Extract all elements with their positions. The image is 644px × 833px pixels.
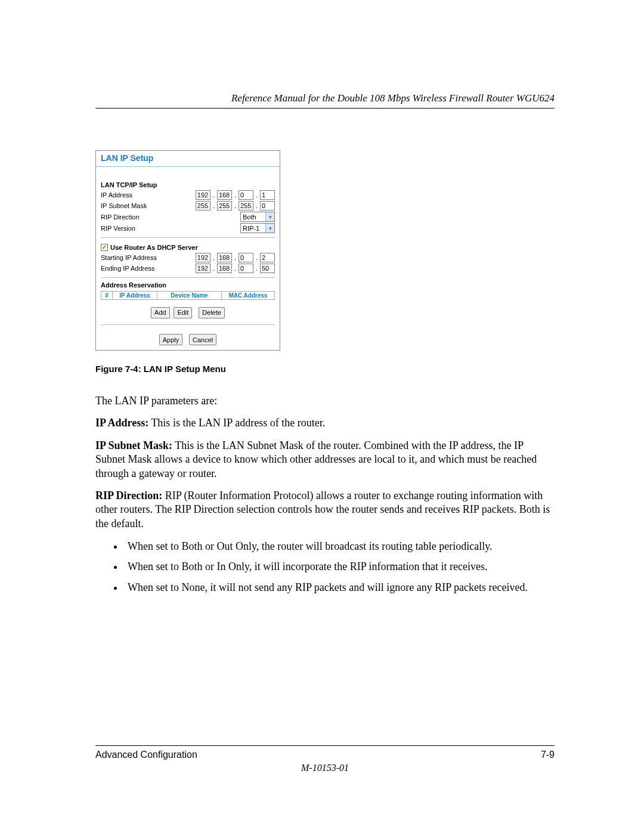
end-ip-octet-4[interactable]: [260, 264, 275, 273]
term-subnet-mask: IP Subnet Mask:: [95, 439, 172, 451]
paragraph-rip-direction: RIP Direction: RIP (Router Information P…: [95, 489, 555, 531]
dhcp-checkbox[interactable]: ✓: [101, 244, 108, 251]
col-device: Device Name: [157, 292, 222, 299]
ip-address-octet-1[interactable]: [196, 190, 210, 200]
start-ip-octet-3[interactable]: [239, 253, 253, 262]
end-ip-octet-3[interactable]: [239, 264, 253, 273]
ip-address-octet-2[interactable]: [217, 190, 232, 200]
col-ip: IP Address: [113, 292, 157, 299]
start-ip-octet-1[interactable]: [196, 253, 210, 262]
add-button[interactable]: Add: [151, 307, 170, 318]
subnet-octet-2[interactable]: [217, 201, 232, 210]
divider: [101, 237, 275, 238]
list-item: When set to None, it will not send any R…: [124, 580, 555, 594]
header-rule: [95, 108, 555, 109]
cancel-button[interactable]: Cancel: [189, 334, 216, 345]
button-row-form: Apply Cancel: [96, 329, 280, 351]
apply-button[interactable]: Apply: [159, 334, 183, 345]
subnet-octet-4[interactable]: [260, 201, 275, 210]
list-item: When set to Both or In Only, it will inc…: [124, 559, 555, 574]
dot-icon: .: [234, 191, 236, 199]
desc-ip-address: This is the LAN IP address of the router…: [148, 417, 325, 429]
list-item: When set to Both or Out Only, the router…: [124, 539, 555, 553]
document-page: Reference Manual for the Double 108 Mbps…: [0, 0, 644, 833]
dot-icon: .: [256, 202, 258, 209]
dot-icon: .: [234, 254, 236, 261]
label-subnet-mask: IP Subnet Mask: [101, 202, 193, 209]
running-header: Reference Manual for the Double 108 Mbps…: [95, 92, 555, 104]
paragraph-intro: The LAN IP parameters are:: [95, 394, 555, 408]
footer-rule: [95, 745, 555, 746]
term-rip-direction: RIP Direction:: [95, 490, 162, 501]
row-rip-version: RIP Version RIP-1 ▾: [96, 222, 280, 234]
section-lan-tcpip: LAN TCP/IP Setup: [96, 181, 280, 190]
chevron-down-icon: ▾: [265, 224, 274, 233]
section-address-reservation: Address Reservation: [96, 281, 280, 290]
paragraph-subnet-mask: IP Subnet Mask: This is the LAN Subnet M…: [95, 439, 555, 481]
start-ip-octet-2[interactable]: [217, 253, 232, 262]
divider: [101, 277, 275, 278]
dot-icon: .: [234, 202, 236, 209]
row-ip-address: IP Address . . .: [96, 190, 280, 200]
dot-icon: .: [234, 265, 236, 272]
label-ip-address: IP Address: [101, 191, 193, 199]
footer-doc-code: M-10153-01: [95, 763, 555, 773]
footer-line: Advanced Configuration 7-9: [95, 750, 555, 760]
row-dhcp-checkbox: ✓ Use Router As DHCP Server: [96, 241, 280, 252]
footer-section: Advanced Configuration: [95, 750, 197, 760]
lan-ip-setup-screenshot: LAN IP Setup LAN TCP/IP Setup IP Address…: [95, 150, 280, 351]
dot-icon: .: [213, 202, 215, 209]
dot-icon: .: [256, 254, 258, 261]
label-starting-ip: Starting IP Address: [101, 254, 193, 261]
reservation-table-header: # IP Address Device Name MAC Address: [101, 291, 275, 300]
end-ip-octet-1[interactable]: [196, 264, 210, 273]
panel-title: LAN IP Setup: [96, 151, 280, 167]
dot-icon: .: [256, 265, 258, 272]
spacer: [96, 167, 280, 181]
edit-button[interactable]: Edit: [174, 307, 192, 318]
dot-icon: .: [213, 191, 215, 199]
label-rip-version: RIP Version: [101, 225, 238, 232]
row-rip-direction: RIP Direction Both ▾: [96, 211, 280, 222]
rip-version-value: RIP-1: [243, 225, 259, 232]
dot-icon: .: [213, 265, 215, 272]
label-dhcp-checkbox: Use Router As DHCP Server: [110, 244, 198, 251]
rip-version-select[interactable]: RIP-1 ▾: [240, 223, 275, 233]
chevron-down-icon: ▾: [265, 212, 274, 221]
dot-icon: .: [256, 191, 258, 199]
subnet-octet-3[interactable]: [239, 201, 253, 210]
label-rip-direction: RIP Direction: [101, 213, 238, 221]
desc-rip-direction: RIP (Router Information Protocol) allows…: [95, 490, 550, 529]
col-mac: MAC Address: [222, 292, 274, 299]
rip-direction-select[interactable]: Both ▾: [240, 212, 275, 222]
row-subnet-mask: IP Subnet Mask . . .: [96, 200, 280, 211]
divider: [101, 324, 275, 325]
subnet-octet-1[interactable]: [196, 201, 210, 210]
figure-caption: Figure 7-4: LAN IP Setup Menu: [95, 364, 555, 374]
ip-address-octet-3[interactable]: [239, 190, 253, 200]
button-row-table: Add Edit Delete: [96, 301, 280, 321]
delete-button[interactable]: Delete: [199, 307, 225, 318]
paragraph-ip-address: IP Address: This is the LAN IP address o…: [95, 416, 555, 430]
rip-direction-value: Both: [243, 213, 256, 221]
term-ip-address: IP Address:: [95, 417, 148, 429]
end-ip-octet-2[interactable]: [217, 264, 232, 273]
rip-direction-bullets: When set to Both or Out Only, the router…: [95, 539, 555, 594]
start-ip-octet-4[interactable]: [260, 253, 275, 262]
ip-address-octet-4[interactable]: [260, 190, 275, 200]
label-ending-ip: Ending IP Address: [101, 265, 193, 272]
footer-page-number: 7-9: [541, 750, 555, 760]
col-num: #: [101, 292, 113, 299]
row-ending-ip: Ending IP Address . . .: [96, 263, 280, 274]
row-starting-ip: Starting IP Address . . .: [96, 252, 280, 263]
page-footer: Advanced Configuration 7-9 M-10153-01: [95, 745, 555, 773]
dot-icon: .: [213, 254, 215, 261]
